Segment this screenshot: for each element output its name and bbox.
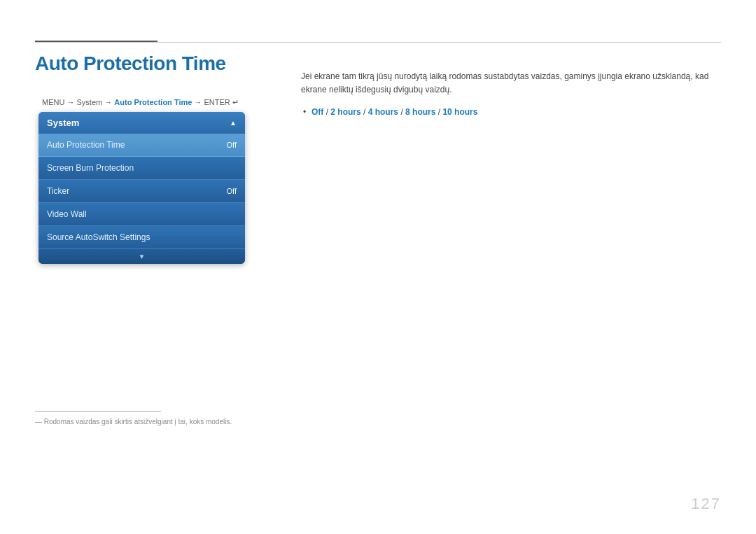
bc-menu: MENU — [42, 98, 64, 106]
menu-item-value: Off — [227, 187, 237, 195]
page-container: Auto Protection Time MENU → System → Aut… — [0, 0, 756, 534]
footnote-rule — [35, 411, 161, 412]
menu-item-label: Video Wall — [47, 209, 87, 219]
menu-item-auto-protection[interactable]: Auto Protection Time Off — [38, 134, 245, 157]
option-4h: 4 hours — [368, 107, 398, 117]
option-off: Off — [312, 107, 323, 117]
menu-item-label: Ticker — [47, 186, 69, 196]
arrow-up-icon: ▲ — [230, 119, 237, 127]
page-title: Auto Protection Time — [35, 52, 226, 75]
system-panel-header: System ▲ — [38, 112, 245, 134]
options-list: Off / 2 hours / 4 hours / 8 hours / 10 h… — [301, 105, 721, 120]
menu-item-value: Off — [227, 141, 237, 149]
options-item: Off / 2 hours / 4 hours / 8 hours / 10 h… — [312, 105, 721, 120]
bc-system: System — [77, 98, 103, 106]
menu-item-screen-burn[interactable]: Screen Burn Protection — [38, 157, 245, 180]
option-10h: 10 hours — [442, 107, 477, 117]
menu-item-source-autoswitch[interactable]: Source AutoSwitch Settings — [38, 226, 245, 249]
right-content: Jei ekrane tam tikrą jūsų nurodytą laiką… — [301, 70, 721, 120]
description-text: Jei ekrane tam tikrą jūsų nurodytą laiką… — [301, 70, 721, 97]
system-panel-title: System — [47, 118, 79, 128]
system-panel: System ▲ Auto Protection Time Off Screen… — [38, 112, 245, 264]
option-sep2: / — [363, 107, 368, 117]
bc-sep2: → — [102, 98, 114, 106]
bc-enter: ENTER ↵ — [204, 98, 238, 106]
bc-highlight: Auto Protection Time — [114, 98, 192, 106]
menu-item-video-wall[interactable]: Video Wall — [38, 203, 245, 226]
menu-item-label: Screen Burn Protection — [47, 163, 134, 173]
breadcrumb: MENU → System → Auto Protection Time → E… — [42, 98, 239, 107]
page-number: 127 — [691, 495, 721, 513]
bc-sep1: → — [64, 98, 76, 106]
arrow-down-icon: ▼ — [139, 253, 146, 260]
option-2h: 2 hours — [330, 107, 360, 117]
footnote-text: ― Rodomas vaizdas gali skirtis atsižvelg… — [35, 418, 232, 426]
menu-item-label: Auto Protection Time — [47, 140, 125, 150]
arrow-down-container: ▼ — [38, 249, 245, 264]
menu-item-label: Source AutoSwitch Settings — [47, 232, 150, 242]
menu-item-ticker[interactable]: Ticker Off — [38, 180, 245, 203]
bc-sep3: → — [192, 98, 204, 106]
option-8h: 8 hours — [405, 107, 435, 117]
